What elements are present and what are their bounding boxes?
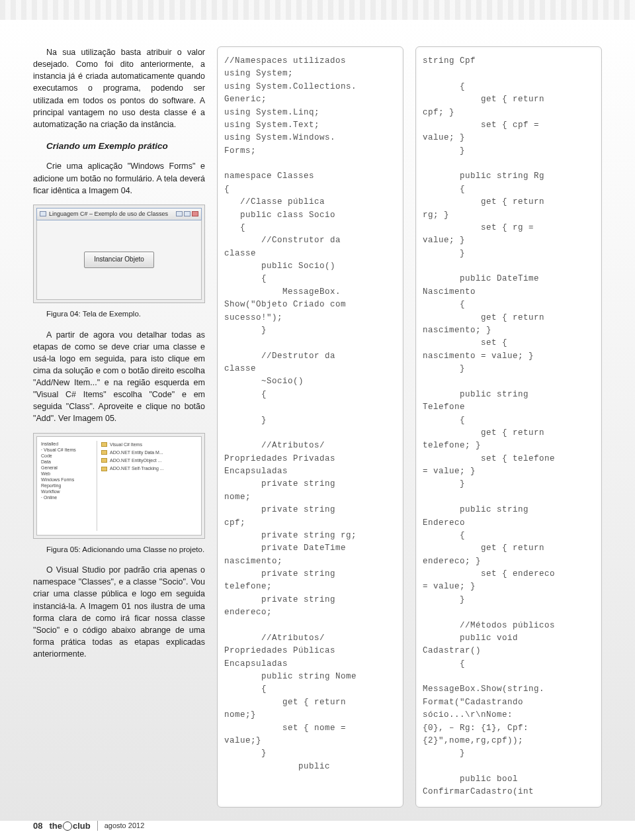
code-listing-a: //Namespaces utilizados using System; us… [217,46,403,808]
paragraph-2: Crie uma aplicação "Windows Forms" e adi… [33,160,205,196]
tree-item: Reporting [41,483,95,489]
code-listing-b: string Cpf { get { return cpf; } set { c… [415,46,602,808]
instanciar-button: Instanciar Objeto [84,252,154,268]
article-column: Na sua utilização basta atribuir o valor… [33,46,205,808]
tree-item: Windows Forms [41,477,95,483]
tree-item: Data [41,459,95,465]
page-content: Na sua utilização basta atribuir o valor… [0,20,635,821]
window-titlebar: Linguagem C# – Exemplo de uso de Classes [36,208,202,220]
window-client-area: Instanciar Objeto [36,220,202,300]
tree-item: Code [41,453,95,459]
close-icon [192,211,198,216]
list-item: ADO.NET Entity Data M... [101,449,197,457]
template-list: Visual C# Items ADO.NET Entity Data M...… [101,441,197,531]
ring-icon [63,821,72,831]
app-icon [40,211,46,216]
tree-item: · Visual C# Items [41,447,95,453]
issue-date: agosto 2012 [105,821,145,829]
figure-05-caption: Figura 05: Adicionando uma Classe no pro… [46,544,205,555]
tree-item: Workflow [41,489,95,494]
window-title: Linguagem C# – Exemplo de uso de Classes [49,210,168,218]
figure-05: Installed · Visual C# Items Code Data Ge… [33,433,205,539]
page-footer: 08 theclub agosto 2012 [0,821,635,840]
maximize-icon [184,211,190,216]
paragraph-1: Na sua utilização basta atribuir o valor… [33,46,205,130]
template-tree: Installed · Visual C# Items Code Data Ge… [41,441,97,531]
file-icon [101,450,107,455]
page-number: 08 [33,821,42,831]
paragraph-4: O Visual Studio por padrão cria apenas o… [33,564,205,660]
minimize-icon [176,211,183,216]
file-icon [101,467,107,471]
tree-item: Installed [41,441,95,447]
file-icon [101,442,107,447]
page-top-decoration [0,0,635,20]
brand-logo: theclub [49,821,97,831]
file-icon [101,458,107,463]
list-item: ADO.NET EntityObject ... [101,457,197,465]
list-item: ADO.NET Self-Tracking ... [101,465,197,473]
section-heading: Criando um Exemplo prático [46,140,205,153]
dialog-area: Installed · Visual C# Items Code Data Ge… [36,436,202,536]
list-item: Visual C# Items [101,441,197,449]
paragraph-3: A partir de agora vou detalhar todas as … [33,329,205,425]
tree-item: · Online [41,494,95,500]
figure-04-caption: Figura 04: Tela de Exemplo. [46,308,205,320]
figure-04: Linguagem C# – Exemplo de uso de Classes… [33,205,205,303]
tree-item: Web [41,471,95,477]
tree-item: General [41,465,95,471]
